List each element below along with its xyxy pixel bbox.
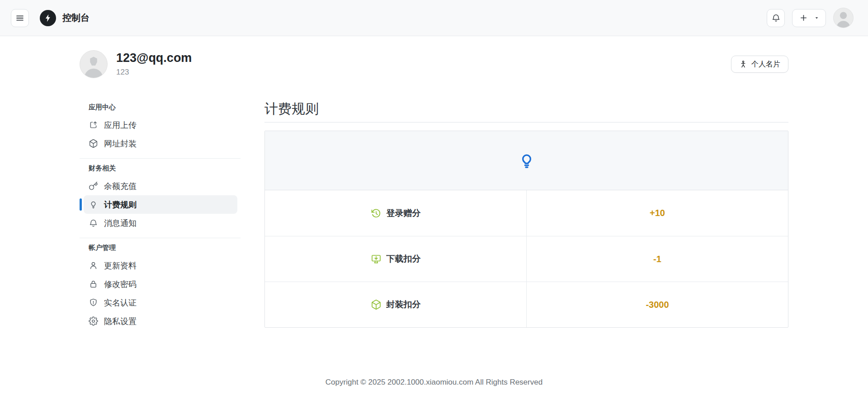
sidebar-item-app-upload[interactable]: 应用上传 [80,116,241,134]
hamburger-menu-button[interactable] [11,9,29,27]
sidebar: 应用中心 应用上传 网址封装 财务相关 [80,101,241,330]
copyright-footer: Copyright © 2025 2002.1000.xiaomiou.com … [0,378,868,387]
table-row: 登录赠分 +10 [265,190,788,236]
person-figure-icon [739,60,747,68]
sidebar-item-label: 消息通知 [104,218,137,229]
hamburger-icon [15,13,25,23]
personal-card-button[interactable]: 个人名片 [731,56,788,73]
sidebar-item-real-name-verify[interactable]: 实名认证 [80,293,241,312]
billing-rules-panel: 计费规则 登录赠分 [264,101,788,328]
navbar-actions [767,8,854,28]
lock-icon [89,279,98,289]
bell-icon [771,13,781,23]
upload-icon [89,120,98,130]
profile-username: 123 [116,68,192,77]
lightbulb-icon [89,200,98,209]
shield-icon [89,298,98,307]
sidebar-item-privacy-settings[interactable]: 隐私设置 [80,312,241,330]
sidebar-item-url-package[interactable]: 网址封装 [80,134,241,153]
sidebar-item-label: 实名认证 [104,297,137,308]
rule-label: 封装扣分 [387,299,421,310]
rule-value: -1 [527,236,788,282]
sidebar-section-app-center: 应用中心 [89,103,241,112]
profile-header: 123@qq.com 123 个人名片 [80,50,788,78]
sidebar-section-finance: 财务相关 [89,164,241,173]
sidebar-item-label: 更新资料 [104,260,137,271]
monitor-download-icon [371,254,382,264]
bell-icon [89,218,98,228]
profile-email: 123@qq.com [116,52,192,65]
rules-table: 登录赠分 +10 下载扣分 -1 [264,131,788,328]
top-navbar: 控制台 [0,0,868,36]
history-clock-icon [371,208,382,219]
title-divider [264,122,788,122]
sidebar-item-label: 余额充值 [104,181,137,192]
caret-down-icon [814,15,819,20]
sidebar-item-notifications[interactable]: 消息通知 [80,214,241,232]
package-icon [89,139,98,148]
sidebar-item-label: 修改密码 [104,279,137,290]
app-title: 控制台 [62,12,90,24]
key-icon [89,181,98,191]
sidebar-item-label: 计费规则 [104,199,137,210]
sidebar-item-update-profile[interactable]: 更新资料 [80,256,241,275]
cube-icon [371,299,382,310]
page-title: 计费规则 [264,101,788,117]
notifications-button[interactable] [767,9,785,27]
sidebar-item-label: 隐私设置 [104,316,137,327]
personal-card-label: 个人名片 [751,60,780,69]
console-page: 控制台 [0,0,868,414]
rules-table-header [265,131,788,190]
add-dropdown-button[interactable] [792,9,826,27]
sidebar-item-label: 网址封装 [104,138,137,149]
sidebar-item-balance-recharge[interactable]: 余额充值 [80,177,241,195]
plus-icon [799,13,808,23]
sidebar-divider [80,238,241,238]
profile-avatar [80,50,108,78]
rule-value: +10 [527,190,788,236]
lightbulb-icon [518,151,536,169]
sidebar-item-billing-rules[interactable]: 计费规则 [84,195,237,214]
rule-value: -3000 [527,282,788,327]
gear-icon [89,316,98,326]
user-avatar[interactable] [833,8,854,28]
sidebar-item-change-password[interactable]: 修改密码 [80,275,241,293]
rule-label: 下载扣分 [387,253,421,265]
rule-label: 登录赠分 [387,207,421,219]
table-row: 封装扣分 -3000 [265,282,788,327]
brand[interactable]: 控制台 [40,10,90,26]
sidebar-section-account: 帐户管理 [89,244,241,252]
sidebar-item-label: 应用上传 [104,120,137,131]
sidebar-divider [80,158,241,159]
person-icon [89,261,98,270]
lightning-logo-icon [40,10,56,26]
table-row: 下载扣分 -1 [265,236,788,282]
